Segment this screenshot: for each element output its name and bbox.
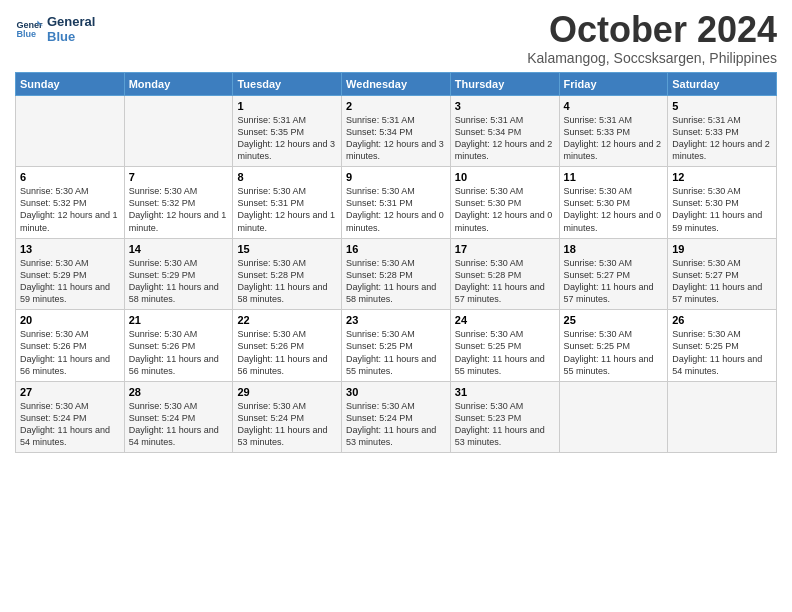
day-info: Sunrise: 5:30 AM Sunset: 5:28 PM Dayligh… xyxy=(455,257,555,306)
day-cell: 2Sunrise: 5:31 AM Sunset: 5:34 PM Daylig… xyxy=(342,95,451,167)
day-number: 3 xyxy=(455,100,555,112)
day-info: Sunrise: 5:30 AM Sunset: 5:24 PM Dayligh… xyxy=(20,400,120,449)
day-cell: 11Sunrise: 5:30 AM Sunset: 5:30 PM Dayli… xyxy=(559,167,668,239)
day-cell xyxy=(668,381,777,453)
day-cell: 15Sunrise: 5:30 AM Sunset: 5:28 PM Dayli… xyxy=(233,238,342,310)
calendar-body: 1Sunrise: 5:31 AM Sunset: 5:35 PM Daylig… xyxy=(16,95,777,453)
day-cell: 23Sunrise: 5:30 AM Sunset: 5:25 PM Dayli… xyxy=(342,310,451,382)
day-number: 26 xyxy=(672,314,772,326)
day-cell: 4Sunrise: 5:31 AM Sunset: 5:33 PM Daylig… xyxy=(559,95,668,167)
calendar-header: SundayMondayTuesdayWednesdayThursdayFrid… xyxy=(16,72,777,95)
day-cell: 5Sunrise: 5:31 AM Sunset: 5:33 PM Daylig… xyxy=(668,95,777,167)
day-cell: 3Sunrise: 5:31 AM Sunset: 5:34 PM Daylig… xyxy=(450,95,559,167)
day-cell: 26Sunrise: 5:30 AM Sunset: 5:25 PM Dayli… xyxy=(668,310,777,382)
header-cell-thursday: Thursday xyxy=(450,72,559,95)
day-number: 28 xyxy=(129,386,229,398)
day-number: 22 xyxy=(237,314,337,326)
logo-line1: General xyxy=(47,14,95,29)
week-row-1: 1Sunrise: 5:31 AM Sunset: 5:35 PM Daylig… xyxy=(16,95,777,167)
day-cell xyxy=(16,95,125,167)
day-info: Sunrise: 5:31 AM Sunset: 5:35 PM Dayligh… xyxy=(237,114,337,163)
day-number: 20 xyxy=(20,314,120,326)
day-cell: 13Sunrise: 5:30 AM Sunset: 5:29 PM Dayli… xyxy=(16,238,125,310)
svg-text:General: General xyxy=(16,20,43,30)
header-cell-friday: Friday xyxy=(559,72,668,95)
day-info: Sunrise: 5:30 AM Sunset: 5:30 PM Dayligh… xyxy=(455,185,555,234)
day-number: 14 xyxy=(129,243,229,255)
day-info: Sunrise: 5:30 AM Sunset: 5:32 PM Dayligh… xyxy=(20,185,120,234)
day-number: 5 xyxy=(672,100,772,112)
day-info: Sunrise: 5:30 AM Sunset: 5:24 PM Dayligh… xyxy=(237,400,337,449)
day-info: Sunrise: 5:30 AM Sunset: 5:28 PM Dayligh… xyxy=(346,257,446,306)
day-number: 9 xyxy=(346,171,446,183)
header-cell-monday: Monday xyxy=(124,72,233,95)
day-info: Sunrise: 5:30 AM Sunset: 5:26 PM Dayligh… xyxy=(129,328,229,377)
day-number: 13 xyxy=(20,243,120,255)
day-number: 6 xyxy=(20,171,120,183)
day-number: 23 xyxy=(346,314,446,326)
day-info: Sunrise: 5:30 AM Sunset: 5:27 PM Dayligh… xyxy=(564,257,664,306)
day-info: Sunrise: 5:30 AM Sunset: 5:25 PM Dayligh… xyxy=(455,328,555,377)
day-cell: 17Sunrise: 5:30 AM Sunset: 5:28 PM Dayli… xyxy=(450,238,559,310)
day-info: Sunrise: 5:30 AM Sunset: 5:31 PM Dayligh… xyxy=(346,185,446,234)
day-number: 30 xyxy=(346,386,446,398)
header-row: SundayMondayTuesdayWednesdayThursdayFrid… xyxy=(16,72,777,95)
week-row-5: 27Sunrise: 5:30 AM Sunset: 5:24 PM Dayli… xyxy=(16,381,777,453)
day-info: Sunrise: 5:30 AM Sunset: 5:24 PM Dayligh… xyxy=(346,400,446,449)
day-cell: 21Sunrise: 5:30 AM Sunset: 5:26 PM Dayli… xyxy=(124,310,233,382)
day-cell xyxy=(124,95,233,167)
day-info: Sunrise: 5:30 AM Sunset: 5:29 PM Dayligh… xyxy=(20,257,120,306)
day-info: Sunrise: 5:31 AM Sunset: 5:33 PM Dayligh… xyxy=(564,114,664,163)
header-cell-saturday: Saturday xyxy=(668,72,777,95)
day-cell: 8Sunrise: 5:30 AM Sunset: 5:31 PM Daylig… xyxy=(233,167,342,239)
day-cell: 20Sunrise: 5:30 AM Sunset: 5:26 PM Dayli… xyxy=(16,310,125,382)
day-info: Sunrise: 5:30 AM Sunset: 5:25 PM Dayligh… xyxy=(672,328,772,377)
week-row-2: 6Sunrise: 5:30 AM Sunset: 5:32 PM Daylig… xyxy=(16,167,777,239)
header-cell-wednesday: Wednesday xyxy=(342,72,451,95)
day-number: 21 xyxy=(129,314,229,326)
day-info: Sunrise: 5:30 AM Sunset: 5:31 PM Dayligh… xyxy=(237,185,337,234)
day-info: Sunrise: 5:30 AM Sunset: 5:29 PM Dayligh… xyxy=(129,257,229,306)
day-info: Sunrise: 5:30 AM Sunset: 5:28 PM Dayligh… xyxy=(237,257,337,306)
day-cell: 1Sunrise: 5:31 AM Sunset: 5:35 PM Daylig… xyxy=(233,95,342,167)
day-info: Sunrise: 5:30 AM Sunset: 5:24 PM Dayligh… xyxy=(129,400,229,449)
page-header: General Blue General Blue October 2024 K… xyxy=(15,10,777,66)
month-title: October 2024 xyxy=(527,10,777,50)
day-number: 11 xyxy=(564,171,664,183)
day-info: Sunrise: 5:31 AM Sunset: 5:34 PM Dayligh… xyxy=(455,114,555,163)
day-cell: 6Sunrise: 5:30 AM Sunset: 5:32 PM Daylig… xyxy=(16,167,125,239)
day-cell: 14Sunrise: 5:30 AM Sunset: 5:29 PM Dayli… xyxy=(124,238,233,310)
day-cell: 31Sunrise: 5:30 AM Sunset: 5:23 PM Dayli… xyxy=(450,381,559,453)
day-number: 17 xyxy=(455,243,555,255)
svg-text:Blue: Blue xyxy=(16,29,36,39)
day-info: Sunrise: 5:30 AM Sunset: 5:26 PM Dayligh… xyxy=(20,328,120,377)
header-cell-tuesday: Tuesday xyxy=(233,72,342,95)
day-info: Sunrise: 5:30 AM Sunset: 5:32 PM Dayligh… xyxy=(129,185,229,234)
day-info: Sunrise: 5:30 AM Sunset: 5:30 PM Dayligh… xyxy=(672,185,772,234)
day-cell: 28Sunrise: 5:30 AM Sunset: 5:24 PM Dayli… xyxy=(124,381,233,453)
day-number: 16 xyxy=(346,243,446,255)
header-cell-sunday: Sunday xyxy=(16,72,125,95)
day-number: 4 xyxy=(564,100,664,112)
day-info: Sunrise: 5:30 AM Sunset: 5:26 PM Dayligh… xyxy=(237,328,337,377)
day-cell: 18Sunrise: 5:30 AM Sunset: 5:27 PM Dayli… xyxy=(559,238,668,310)
day-info: Sunrise: 5:31 AM Sunset: 5:34 PM Dayligh… xyxy=(346,114,446,163)
day-number: 15 xyxy=(237,243,337,255)
logo: General Blue General Blue xyxy=(15,14,95,44)
day-info: Sunrise: 5:31 AM Sunset: 5:33 PM Dayligh… xyxy=(672,114,772,163)
title-block: October 2024 Kalamangog, Soccsksargen, P… xyxy=(527,10,777,66)
day-number: 7 xyxy=(129,171,229,183)
day-info: Sunrise: 5:30 AM Sunset: 5:25 PM Dayligh… xyxy=(564,328,664,377)
day-cell: 22Sunrise: 5:30 AM Sunset: 5:26 PM Dayli… xyxy=(233,310,342,382)
day-number: 19 xyxy=(672,243,772,255)
day-number: 24 xyxy=(455,314,555,326)
week-row-4: 20Sunrise: 5:30 AM Sunset: 5:26 PM Dayli… xyxy=(16,310,777,382)
day-cell: 27Sunrise: 5:30 AM Sunset: 5:24 PM Dayli… xyxy=(16,381,125,453)
day-info: Sunrise: 5:30 AM Sunset: 5:25 PM Dayligh… xyxy=(346,328,446,377)
day-cell: 29Sunrise: 5:30 AM Sunset: 5:24 PM Dayli… xyxy=(233,381,342,453)
day-cell xyxy=(559,381,668,453)
day-number: 25 xyxy=(564,314,664,326)
day-cell: 7Sunrise: 5:30 AM Sunset: 5:32 PM Daylig… xyxy=(124,167,233,239)
day-cell: 25Sunrise: 5:30 AM Sunset: 5:25 PM Dayli… xyxy=(559,310,668,382)
day-number: 31 xyxy=(455,386,555,398)
